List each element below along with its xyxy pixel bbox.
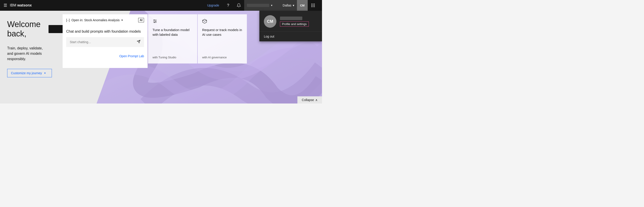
project-selector-chevron-icon: ▾	[271, 4, 272, 7]
project-selector-text	[247, 4, 269, 7]
dropdown-user-info: Profile and settings	[280, 16, 309, 26]
svg-rect-7	[313, 6, 314, 7]
tagline: Train, deploy, validate, and govern AI m…	[7, 46, 64, 62]
govern-icon	[202, 19, 242, 25]
send-button[interactable]	[137, 40, 140, 44]
hamburger-menu-icon[interactable]: ☰	[4, 3, 7, 8]
svg-rect-6	[312, 6, 312, 7]
dropdown-header: CM Profile and settings	[260, 11, 322, 32]
svg-rect-3	[312, 5, 312, 6]
svg-rect-8	[314, 6, 315, 7]
collapse-chevron-icon: ∧	[315, 98, 318, 102]
ai-governance-card: Request or track models in AI use cases …	[198, 14, 247, 64]
govern-card-subtitle: with AI governance	[202, 56, 242, 59]
svg-rect-4	[313, 5, 314, 6]
region-selector[interactable]: Dallas ▾	[280, 0, 297, 11]
logout-button[interactable]: Log out	[260, 32, 322, 41]
region-chevron-icon: ▾	[293, 4, 294, 7]
collapse-label: Collapse	[302, 98, 314, 102]
card-body: Chat and build prompts with foundation m…	[62, 26, 148, 54]
user-avatar-button[interactable]: CM	[297, 0, 308, 11]
welcome-title: Welcome back,	[7, 20, 64, 38]
collapse-bar[interactable]: Collapse ∧	[298, 96, 322, 104]
bell-icon[interactable]	[234, 0, 244, 11]
svg-rect-2	[314, 4, 315, 4]
dropdown-user-name	[280, 16, 302, 20]
brand-logo: IBM watsonx	[10, 3, 32, 8]
tune-icon	[152, 19, 193, 25]
left-panel: Welcome back, Train, deploy, validate, a…	[0, 11, 72, 104]
region-label: Dallas	[283, 4, 291, 7]
open-lab-link-container: Open Prompt Lab	[62, 54, 148, 62]
tune-card-title: Tune a foundation model with labeled dat…	[152, 28, 193, 37]
svg-rect-1	[313, 4, 314, 4]
open-prompt-lab-link[interactable]: Open Prompt Lab	[119, 54, 144, 58]
top-navigation: ☰ IBM watsonx Upgrade ? ▾ Dallas ▾ CM	[0, 0, 322, 11]
username-redacted	[48, 25, 64, 33]
svg-point-16	[156, 21, 156, 22]
nav-left: ☰ IBM watsonx	[4, 3, 204, 8]
tuning-studio-card: Tune a foundation model with labeled dat…	[148, 14, 197, 64]
dropdown-avatar: CM	[264, 15, 276, 28]
open-in-bracket-icon: [··]	[66, 18, 70, 22]
nav-right: Upgrade ? ▾ Dallas ▾ CM	[204, 0, 318, 11]
card-title: Chat and build prompts with foundation m…	[66, 30, 144, 34]
chat-input-area[interactable]	[66, 37, 144, 47]
customize-chevron-icon: ▾	[44, 72, 46, 75]
card-header: [··] Open in: Stock Anomalies Analysis ▾…	[62, 14, 148, 26]
govern-card-title: Request or track models in AI use cases	[202, 28, 242, 37]
tune-card-subtitle: with Tuning Studio	[152, 56, 193, 59]
apps-grid-icon[interactable]	[308, 0, 318, 11]
svg-rect-5	[314, 5, 315, 6]
prompt-lab-card: [··] Open in: Stock Anomalies Analysis ▾…	[62, 14, 148, 68]
open-in-selector[interactable]: [··] Open in: Stock Anomalies Analysis ▾	[66, 18, 123, 22]
ai-badge: AI	[138, 18, 144, 22]
user-dropdown-menu: CM Profile and settings Log out	[260, 11, 322, 41]
chat-input[interactable]	[70, 40, 135, 44]
project-selector[interactable]: ▾	[244, 0, 280, 11]
customize-journey-button[interactable]: Customize my journey ▾	[7, 69, 52, 77]
open-in-chevron-icon: ▾	[122, 18, 123, 22]
svg-point-15	[154, 20, 155, 20]
help-icon[interactable]: ?	[223, 0, 234, 11]
svg-rect-0	[312, 4, 312, 4]
profile-and-settings-link[interactable]: Profile and settings	[280, 22, 309, 26]
upgrade-link[interactable]: Upgrade	[204, 0, 223, 11]
open-in-label: Open in: Stock Anomalies Analysis	[72, 18, 120, 22]
svg-point-17	[154, 22, 155, 23]
